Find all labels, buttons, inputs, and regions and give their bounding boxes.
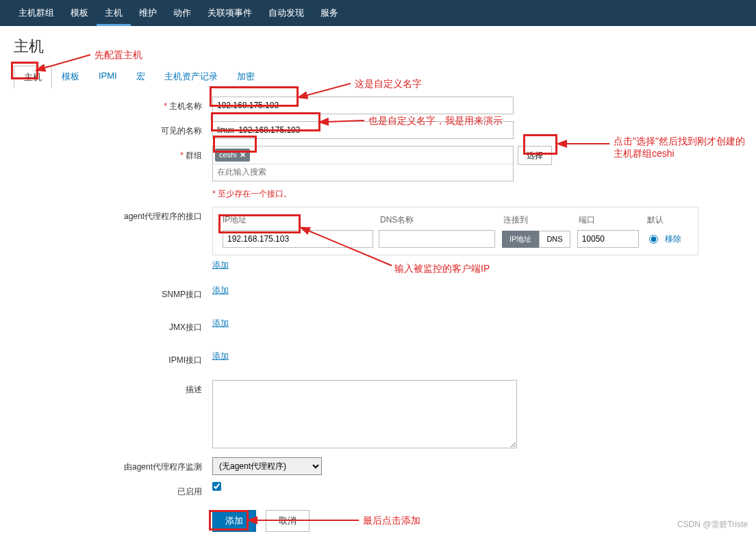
anno-text-6: 最后点击添加 (363, 515, 420, 527)
agent-interface-box: IP地址 DNS名称 连接到 端口 默认 IP地址 DNS 移除 (212, 207, 698, 255)
label-hostname: 主机名称 (169, 101, 202, 111)
if-remove-link[interactable]: 移除 (665, 233, 681, 245)
top-nav: 主机群组 模板 主机 维护 动作 关联项事件 自动发现 服务 (0, 0, 756, 26)
nav-discovery[interactable]: 自动发现 (260, 0, 312, 26)
nav-hosts[interactable]: 主机 (97, 0, 131, 26)
nav-maintenance[interactable]: 维护 (131, 0, 165, 26)
snmp-add-link[interactable]: 添加 (212, 285, 229, 295)
cancel-button[interactable]: 取消 (266, 510, 310, 532)
tab-host[interactable]: 主机 (14, 66, 52, 89)
label-groups: 群组 (186, 151, 202, 160)
label-agent-if: agent代理程序的接口 (124, 212, 202, 221)
nav-actions[interactable]: 动作 (165, 0, 199, 26)
nav-templates[interactable]: 模板 (62, 0, 97, 26)
desc-textarea[interactable] (212, 380, 517, 448)
label-snmp-if: SNMP接口 (162, 290, 202, 299)
label-visible: 可见的名称 (161, 126, 202, 136)
tab-templates[interactable]: 模板 (52, 66, 89, 89)
col-port: 端口 (579, 214, 647, 226)
if-ip-input[interactable] (223, 230, 373, 248)
jmx-add-link[interactable]: 添加 (212, 318, 229, 328)
label-ipmi-if: IPMI接口 (168, 355, 202, 365)
hostname-input[interactable] (212, 97, 514, 114)
enabled-checkbox[interactable] (212, 482, 221, 491)
nav-hostgroups[interactable]: 主机群组 (10, 0, 62, 26)
tab-macros[interactable]: 宏 (127, 66, 155, 89)
proxy-select[interactable]: (无agent代理程序) (212, 457, 322, 475)
label-proxy: 由agent代理程序监测 (124, 462, 202, 472)
add-button[interactable]: 添加 (212, 510, 256, 532)
anno-text-5: 输入被监控的客户端IP (394, 263, 490, 275)
col-dns: DNS名称 (380, 214, 503, 226)
tab-encryption[interactable]: 加密 (227, 66, 264, 89)
nav-services[interactable]: 服务 (312, 0, 346, 26)
error-interface: * 至少存在一个接口。 (212, 188, 742, 200)
group-tag-ceshi[interactable]: ceshi✕ (215, 149, 250, 162)
col-conn: 连接到 (503, 214, 579, 226)
anno-text-1: 先配置主机 (94, 49, 142, 62)
anno-text-3: 也是自定义名字，我是用来演示 (368, 115, 503, 127)
group-tags-box[interactable]: ceshi✕ (212, 146, 514, 181)
col-ip: IP地址 (223, 214, 380, 226)
label-enabled: 已启用 (177, 487, 202, 496)
tab-inventory[interactable]: 主机资产记录 (155, 66, 227, 89)
anno-text-2: 这是自定义名字 (355, 78, 422, 90)
ipmi-add-link[interactable]: 添加 (212, 351, 229, 361)
remove-tag-icon[interactable]: ✕ (240, 151, 246, 159)
group-search-input[interactable] (213, 164, 513, 179)
label-desc: 描述 (186, 385, 202, 394)
if-default-radio[interactable] (649, 235, 658, 244)
anno-text-4: 点击"选择"然后找到刚才创建的主机群组ceshi (614, 136, 751, 160)
conn-dns-button[interactable]: DNS (539, 231, 570, 248)
conn-ip-button[interactable]: IP地址 (502, 231, 539, 248)
select-group-button[interactable]: 选择 (518, 146, 552, 165)
tab-ipmi[interactable]: IPMI (89, 66, 127, 89)
label-jmx-if: JMX接口 (169, 322, 202, 332)
agent-add-link[interactable]: 添加 (212, 260, 229, 270)
watermark: CSDN @雪碧Triste (677, 519, 748, 531)
if-dns-input[interactable] (379, 230, 495, 248)
if-port-input[interactable] (577, 230, 639, 248)
nav-correlation[interactable]: 关联项事件 (199, 0, 260, 26)
col-default: 默认 (647, 214, 688, 226)
